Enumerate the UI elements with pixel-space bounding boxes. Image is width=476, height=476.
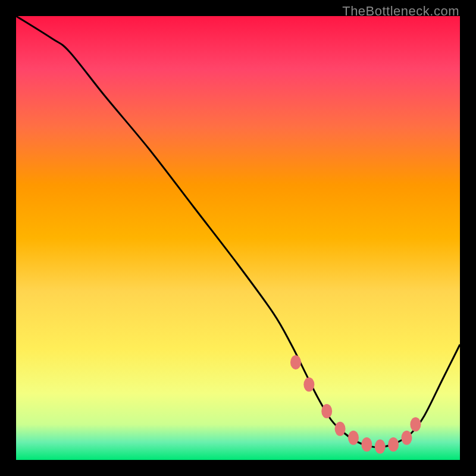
highlight-marker — [388, 437, 399, 452]
highlight-marker — [348, 431, 359, 445]
highlight-markers-svg — [16, 16, 460, 460]
highlight-marker — [321, 404, 332, 418]
highlight-markers-group — [290, 355, 421, 454]
highlight-marker — [401, 431, 412, 445]
highlight-marker — [361, 437, 372, 452]
chart-container: TheBottleneck.com — [0, 0, 476, 476]
highlight-marker — [375, 440, 386, 454]
highlight-marker — [303, 377, 314, 392]
highlight-marker — [410, 417, 421, 431]
highlight-marker — [290, 355, 301, 369]
highlight-marker — [335, 422, 346, 436]
